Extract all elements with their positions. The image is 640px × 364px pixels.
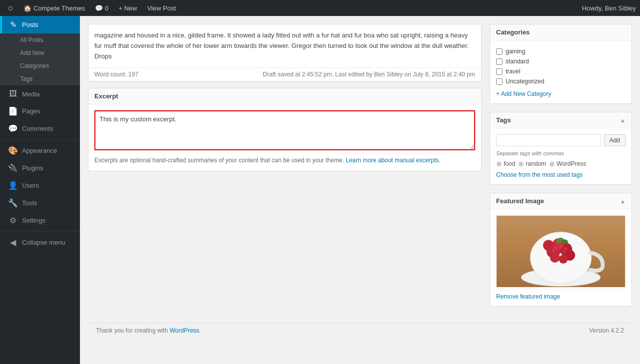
category-label-gaming: gaming: [506, 48, 525, 55]
tags-header: Tags ▲: [490, 112, 632, 128]
sidebar-item-label: Collapse menu: [22, 239, 65, 246]
svg-point-13: [564, 247, 567, 250]
remove-featured-image-link[interactable]: Remove featured image: [496, 293, 626, 300]
main-content: magazine and housed in a nice, gilded fr…: [80, 16, 640, 364]
sidebar-item-plugins[interactable]: 🔌 Plugins: [0, 159, 80, 177]
plugins-icon: 🔌: [8, 163, 18, 173]
sidebar-item-users[interactable]: 👤 Users: [0, 177, 80, 194]
categories-box: Categories gaming standard: [490, 24, 632, 104]
sidebar-item-label: Media: [22, 90, 39, 98]
sidebar-item-comments[interactable]: 💬 Comments: [0, 120, 80, 137]
posts-submenu: All Posts Add New Categories Tags: [0, 33, 80, 85]
submenu-tags[interactable]: Tags: [0, 72, 80, 85]
tag-item-wordpress: ⊗ WordPress: [549, 160, 586, 167]
category-label-uncategorized: Uncategorized: [506, 78, 544, 85]
svg-point-11: [552, 249, 555, 252]
submenu-categories[interactable]: Categories: [0, 59, 80, 72]
post-body-text: magazine and housed in a nice, gilded fr…: [94, 30, 475, 61]
comments-link[interactable]: 💬 0: [91, 4, 112, 12]
posts-icon: ✎: [8, 20, 18, 29]
most-used-tags-link[interactable]: Choose from the most used tags: [496, 171, 626, 178]
featured-image-container[interactable]: [496, 215, 626, 289]
tag-remove-wordpress[interactable]: ⊗: [549, 160, 555, 167]
tags-hint: Separate tags with commas: [496, 150, 626, 156]
featured-image-header: Featured Image ▲: [490, 193, 632, 209]
settings-icon: ⚙: [8, 216, 18, 225]
draft-status: Draft saved at 2:45:52 pm. Last edited b…: [263, 71, 475, 78]
post-editor: magazine and housed in a nice, gilded fr…: [88, 24, 482, 82]
svg-point-7: [543, 240, 554, 251]
sidebar-item-label: Tools: [22, 199, 37, 207]
learn-more-excerpts-link[interactable]: Learn more about manual excerpts.: [346, 157, 440, 164]
svg-point-12: [554, 247, 557, 249]
categories-header: Categories: [490, 24, 632, 40]
tag-label-food: food: [504, 160, 515, 167]
category-checkbox-travel[interactable]: [496, 68, 503, 75]
version-info: Version 4.2.2: [589, 327, 624, 334]
comments-icon: 💬: [95, 4, 103, 12]
featured-image-content: Remove featured image: [490, 209, 632, 306]
admin-menu: ✎ Posts All Posts Add New Categories Tag…: [0, 16, 80, 364]
excerpt-header: Excerpt: [88, 88, 481, 104]
sidebar-item-appearance[interactable]: 🎨 Appearance: [0, 142, 80, 159]
comments-menu-icon: 💬: [8, 124, 18, 133]
svg-point-16: [560, 245, 562, 247]
featured-image-svg: [497, 216, 625, 287]
new-content-link[interactable]: + New: [114, 4, 141, 12]
category-checkbox-gaming[interactable]: [496, 48, 503, 55]
wordpress-link[interactable]: WordPress.: [169, 327, 200, 334]
add-new-category-link[interactable]: + Add New Category: [496, 90, 626, 97]
tag-label-random: random: [526, 160, 546, 167]
sidebar-item-tools[interactable]: 🔧 Tools: [0, 194, 80, 212]
sidebar-item-label: Pages: [22, 107, 40, 115]
admin-bar: ○ 🏠 Compete Themes 💬 0 + New View Post H…: [0, 0, 640, 16]
site-name-link[interactable]: 🏠 Compete Themes: [19, 4, 89, 12]
sidebar-item-label: Users: [22, 182, 39, 189]
sidebar-item-posts[interactable]: ✎ Posts: [0, 16, 80, 33]
sidebar-panels: Categories gaming standard: [490, 24, 632, 315]
footer-credit: Thank you for creating with WordPress.: [96, 327, 201, 334]
collapse-icon: ◀: [8, 238, 18, 247]
sidebar-item-label: Comments: [22, 125, 53, 132]
excerpt-textarea[interactable]: This is my custom excerpt.: [94, 110, 475, 150]
tags-add-button[interactable]: Add: [604, 134, 626, 146]
sidebar-collapse-menu[interactable]: ◀ Collapse menu: [0, 234, 80, 251]
categories-content: gaming standard travel Uncategorize: [490, 40, 632, 103]
tags-input[interactable]: [496, 134, 601, 146]
sidebar-item-media[interactable]: 🖼 Media: [0, 85, 80, 102]
category-checkbox-uncategorized[interactable]: [496, 78, 503, 85]
category-item-gaming: gaming: [496, 46, 626, 56]
tags-content: Add Separate tags with commas ⊗ food ⊗ r…: [490, 128, 632, 184]
tools-icon: 🔧: [8, 198, 18, 208]
tags-collapse-arrow[interactable]: ▲: [620, 117, 626, 123]
word-count-bar: Word count: 197 Draft saved at 2:45:52 p…: [88, 68, 481, 81]
excerpt-box: Excerpt This is my custom excerpt. Excer…: [88, 88, 482, 171]
tags-box: Tags ▲ Add Separate tags with commas ⊗: [490, 112, 632, 185]
post-content-area: magazine and housed in a nice, gilded fr…: [88, 24, 481, 68]
tag-label-wordpress: WordPress: [557, 160, 586, 167]
svg-point-10: [559, 255, 568, 264]
sidebar-item-settings[interactable]: ⚙ Settings: [0, 212, 80, 229]
submenu-all-posts[interactable]: All Posts: [0, 33, 80, 46]
excerpt-note: Excerpts are optional hand-crafted summa…: [94, 156, 475, 165]
svg-point-14: [563, 251, 566, 253]
featured-image-collapse-arrow[interactable]: ▲: [620, 198, 626, 204]
tag-remove-random[interactable]: ⊗: [518, 160, 524, 167]
sidebar-item-label: Settings: [22, 217, 45, 224]
featured-image-box: Featured Image ▲: [490, 193, 632, 307]
tags-input-row: Add: [496, 134, 626, 146]
category-item-standard: standard: [496, 56, 626, 66]
tag-list: ⊗ food ⊗ random ⊗ WordPress: [496, 160, 626, 167]
wp-logo[interactable]: ○: [4, 3, 17, 13]
sidebar-item-pages[interactable]: 📄 Pages: [0, 102, 80, 120]
category-checkbox-standard[interactable]: [496, 58, 503, 65]
user-greeting: Howdy, Ben Sibley: [582, 4, 636, 12]
tag-item-food: ⊗ food: [496, 160, 515, 167]
svg-point-9: [550, 253, 560, 263]
tag-remove-food[interactable]: ⊗: [496, 160, 502, 167]
submenu-add-new[interactable]: Add New: [0, 46, 80, 59]
category-label-travel: travel: [506, 68, 520, 75]
view-post-link[interactable]: View Post: [143, 4, 180, 12]
category-label-standard: standard: [506, 58, 529, 65]
sidebar-item-label: Appearance: [22, 147, 57, 154]
